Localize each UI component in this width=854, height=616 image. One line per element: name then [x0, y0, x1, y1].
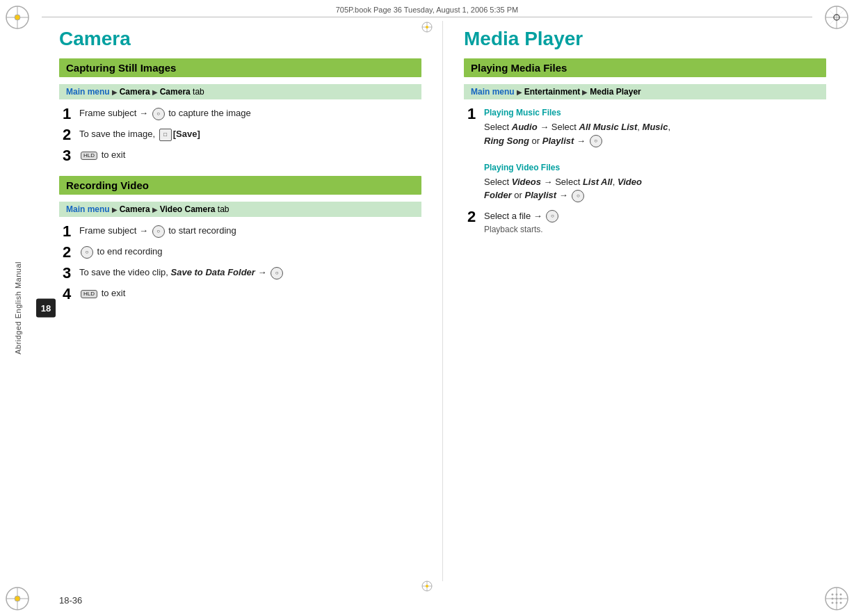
hld-icon-2: HLD	[81, 290, 97, 298]
svg-point-20	[840, 598, 842, 600]
circle-icon-3: ○	[81, 246, 93, 259]
circle-icon-video: ○	[572, 190, 584, 202]
recording-nav: Main menu ▶ Camera ▶ Video Camera tab	[59, 202, 421, 217]
svg-point-21	[832, 602, 834, 604]
camera-title: Camera	[59, 28, 421, 50]
bottom-page-number: 18-36	[59, 595, 82, 606]
sidebar: Abridged English Manual	[0, 0, 36, 616]
play-step-2: 2 Select a file → ○ Playback starts.	[467, 209, 826, 236]
nav-video-camera-tab: Video Camera tab	[160, 204, 229, 214]
nav-arrow-2: ▶	[152, 88, 158, 96]
svg-point-23	[840, 602, 842, 604]
circle-icon-select: ○	[546, 210, 558, 222]
recording-header: Recording Video	[59, 176, 421, 195]
nav-arrow-6: ▶	[582, 88, 588, 96]
column-divider	[442, 21, 443, 581]
nav-media-player: Media Player	[590, 87, 640, 97]
svg-point-16	[836, 594, 838, 596]
nav-camera-tab: Camera tab	[160, 87, 204, 97]
step-1: 1 Frame subject → ○ to capture the image	[63, 106, 421, 122]
nav-label-camera2: Main menu	[66, 204, 110, 214]
top-bar: 705P.book Page 36 Tuesday, August 1, 200…	[42, 6, 812, 17]
circle-icon-4: ○	[271, 267, 283, 279]
rec-step-1: 1 Frame subject → ○ to start recording	[63, 224, 421, 239]
circle-icon: ○	[152, 108, 165, 120]
file-info: 705P.book Page 36 Tuesday, August 1, 200…	[336, 6, 519, 14]
square-icon: □	[159, 129, 172, 141]
circle-icon-2: ○	[152, 225, 165, 238]
nav-arrow-1: ▶	[112, 88, 118, 96]
nav-arrow-4: ▶	[152, 206, 158, 213]
nav-entertainment: Entertainment	[524, 87, 581, 97]
playing-steps: 1 Playing Music Files Select Audio → Sel…	[464, 106, 826, 236]
sidebar-label: Abridged English Manual	[14, 261, 22, 355]
svg-point-31	[426, 585, 428, 587]
playing-nav: Main menu ▶ Entertainment ▶ Media Player	[464, 84, 826, 99]
svg-point-22	[836, 602, 838, 604]
capturing-nav: Main menu ▶ Camera ▶ Camera tab	[59, 84, 421, 99]
nav-camera: Camera	[120, 87, 150, 97]
music-files-heading: Playing Music Files	[484, 106, 670, 119]
circle-icon-music: ○	[590, 135, 602, 147]
svg-point-18	[832, 598, 834, 600]
rec-step-2: 2 ○ to end recording	[63, 245, 421, 260]
capturing-header: Capturing Still Images	[59, 58, 421, 77]
step-3: 3 HLD to exit	[63, 148, 421, 163]
capturing-steps: 1 Frame subject → ○ to capture the image…	[59, 106, 421, 163]
step-2: 2 To save the image, □[Save]	[63, 127, 421, 143]
svg-point-19	[836, 598, 838, 600]
nav-camera2: Camera	[120, 204, 150, 214]
play-step-1: 1 Playing Music Files Select Audio → Sel…	[467, 106, 826, 202]
main-content: Camera Capturing Still Images Main menu …	[59, 21, 826, 581]
video-files-heading: Playing Video Files	[484, 161, 670, 174]
corner-decoration-tr	[823, 3, 851, 31]
rec-step-4: 4 HLD to exit	[63, 286, 421, 302]
nav-label-media: Main menu	[471, 87, 515, 97]
corner-decoration-br	[823, 585, 851, 613]
media-player-section: Media Player Playing Media Files Main me…	[464, 21, 826, 581]
crosshair-bottom	[421, 580, 433, 595]
rec-step-3: 3 To save the video clip, Save to Data F…	[63, 266, 421, 281]
playing-header: Playing Media Files	[464, 58, 826, 77]
svg-point-15	[832, 594, 834, 596]
nav-arrow-3: ▶	[112, 206, 118, 213]
recording-steps: 1 Frame subject → ○ to start recording 2…	[59, 224, 421, 302]
camera-section: Camera Capturing Still Images Main menu …	[59, 21, 421, 581]
page-number-box: 18	[36, 299, 56, 318]
nav-arrow-5: ▶	[517, 88, 522, 96]
svg-point-17	[840, 594, 842, 596]
nav-label-camera1: Main menu	[66, 87, 110, 97]
hld-icon: HLD	[81, 152, 97, 160]
media-player-title: Media Player	[464, 28, 826, 50]
